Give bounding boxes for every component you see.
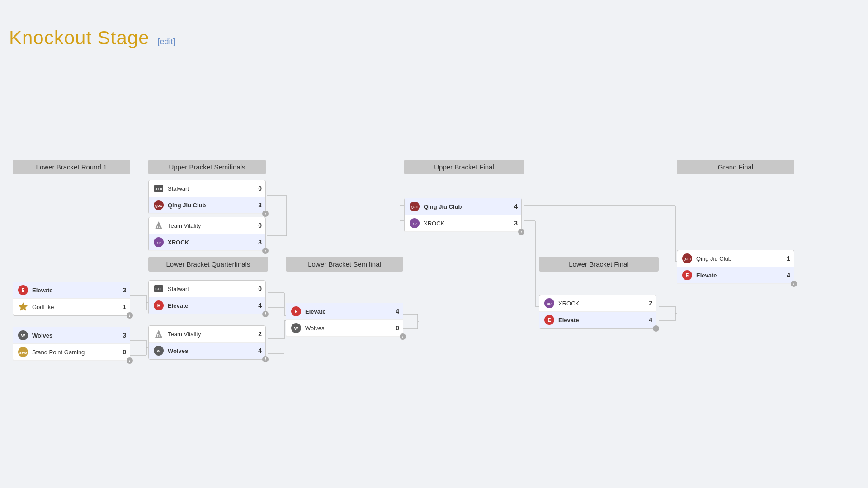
gf-match: QJC Qing Jiu Club 1 E Elevate 4 i — [677, 250, 794, 284]
lb-f-t1-name: XROCK — [558, 300, 644, 307]
lb-qf-m1-info[interactable]: i — [262, 311, 269, 317]
lb-r1-m2-team1: W Wolves 3 — [13, 327, 130, 344]
gf-team2: E Elevate 4 — [677, 267, 794, 284]
lb-qf-m1-team1: STE Stalwart 0 — [149, 281, 265, 297]
lb-f-header: Lower Bracket Final — [539, 257, 659, 272]
elevate-logo-gf: E — [681, 269, 693, 282]
ub-sf-m2-info[interactable]: i — [262, 248, 269, 254]
ub-sf-m1-info[interactable]: i — [262, 211, 269, 217]
svg-text:W: W — [294, 326, 298, 331]
ub-sf-m2-team1: TV Team Vitality 0 — [149, 217, 265, 234]
gf-t1-score: 1 — [782, 255, 790, 262]
xrock-logo-ubf: XR — [408, 217, 421, 230]
svg-text:E: E — [686, 273, 689, 278]
svg-text:QJC: QJC — [411, 205, 419, 209]
svg-text:W: W — [157, 349, 161, 353]
svg-text:QJC: QJC — [155, 204, 163, 208]
lb-qf-m2-t2-name: Wolves — [168, 347, 254, 354]
lb-sf-t1-score: 4 — [391, 308, 399, 315]
lb-qf-m1-t2-score: 4 — [254, 302, 262, 309]
ub-sf-m1-t2-score: 3 — [254, 202, 262, 209]
edit-link[interactable]: [edit] — [157, 37, 175, 46]
lb-sf-header: Lower Bracket Semifinal — [286, 257, 403, 272]
gf-t1-name: Qing Jiu Club — [696, 255, 782, 262]
ub-f-info[interactable]: i — [518, 229, 524, 235]
lb-qf-m2-t2-score: 4 — [254, 347, 262, 354]
qjc-logo-ubf: QJC — [408, 200, 421, 213]
lb-f-t2-name: Elevate — [558, 317, 644, 324]
stalwart-logo-qf1: STE — [152, 282, 165, 295]
ub-sf-m2-t2-score: 3 — [254, 239, 262, 246]
svg-marker-38 — [19, 302, 28, 311]
wolves-logo-lbsf: W — [290, 322, 302, 334]
gf-info[interactable]: i — [791, 281, 797, 287]
bracket-container: Lower Bracket Round 1 Upper Bracket Semi… — [6, 62, 852, 379]
lb-r1-m2-t2-score: 0 — [118, 348, 126, 356]
ub-sf-header: Upper Bracket Semifinals — [148, 160, 266, 174]
lb-sf-t2-score: 0 — [391, 324, 399, 332]
wolves-logo-qf2: W — [152, 344, 165, 357]
ub-f-match: QJC Qing Jiu Club 4 XR XROCK 3 i — [404, 198, 522, 232]
ub-f-t2-name: XROCK — [424, 220, 509, 227]
gf-t2-name: Elevate — [696, 272, 782, 279]
ub-sf-m1-team1: STE Stalwart 0 — [149, 180, 265, 197]
elevate-logo: E — [17, 284, 29, 296]
svg-text:STE: STE — [155, 187, 162, 191]
lb-r1-match1: E Elevate 3 GodLike 1 i — [13, 282, 130, 316]
ub-sf-m1-team2: QJC Qing Jiu Club 3 — [149, 197, 265, 214]
svg-text:STE: STE — [155, 287, 162, 291]
ub-f-t1-score: 4 — [509, 203, 518, 210]
ub-sf-match1: STE Stalwart 0 QJC Qing Jiu Club 3 i — [148, 180, 266, 214]
gf-team1: QJC Qing Jiu Club 1 — [677, 250, 794, 267]
lb-r1-m2-t2-name: Stand Point Gaming — [32, 349, 118, 356]
ub-sf-m2-t1-score: 0 — [254, 222, 262, 229]
stalwart-logo-ubsf1: STE — [152, 182, 165, 195]
lb-qf-header: Lower Bracket Quarterfinals — [148, 257, 268, 272]
vitality-logo-qf2: TV — [152, 328, 165, 340]
lb-sf-match: E Elevate 4 W Wolves 0 i — [286, 303, 403, 337]
ub-f-team2: XR XROCK 3 — [405, 215, 521, 232]
ub-sf-match2: TV Team Vitality 0 XR XROCK 3 i — [148, 217, 266, 251]
svg-text:E: E — [22, 288, 25, 293]
lb-r1-m2-info[interactable]: i — [127, 357, 133, 364]
svg-text:W: W — [21, 333, 25, 338]
lb-r1-m1-t2-name: GodLike — [32, 304, 118, 310]
lb-qf-m2-team1: TV Team Vitality 2 — [149, 326, 265, 343]
lb-r1-m1-t2-score: 1 — [118, 303, 126, 310]
ub-sf-m1-t2-name: Qing Jiu Club — [168, 202, 254, 209]
lb-f-info[interactable]: i — [653, 325, 659, 332]
ub-f-t2-score: 3 — [509, 220, 518, 227]
lb-qf-match1: STE Stalwart 0 E Elevate 4 i — [148, 280, 266, 314]
lb-r1-header: Lower Bracket Round 1 — [13, 160, 130, 174]
page-header: Knockout Stage [edit] — [0, 0, 868, 62]
godlike-logo — [17, 300, 29, 313]
lb-sf-info[interactable]: i — [400, 333, 406, 340]
lb-qf-m2-info[interactable]: i — [262, 356, 269, 362]
ub-sf-m2-team2: XR XROCK 3 — [149, 234, 265, 251]
svg-text:TV: TV — [157, 334, 161, 337]
gf-header: Grand Final — [677, 160, 794, 174]
lb-qf-m1-t1-name: Stalwart — [168, 286, 254, 292]
lb-f-match: XR XROCK 2 E Elevate 4 i — [539, 295, 656, 329]
lb-qf-m1-t2-name: Elevate — [168, 302, 254, 309]
lb-r1-m2-t1-score: 3 — [118, 332, 126, 339]
elevate-logo-qf1: E — [152, 299, 165, 312]
ub-sf-m2-t1-name: Team Vitality — [168, 222, 254, 229]
ub-f-team1: QJC Qing Jiu Club 4 — [405, 198, 521, 215]
ub-sf-m1-t1-name: Stalwart — [168, 185, 254, 192]
ub-sf-m1-t1-score: 0 — [254, 185, 262, 192]
lb-qf-m2-t1-score: 2 — [254, 330, 262, 338]
svg-text:E: E — [157, 303, 160, 308]
page-title: Knockout Stage — [9, 27, 150, 48]
svg-text:TV: TV — [157, 225, 161, 229]
lb-qf-m1-t1-score: 0 — [254, 285, 262, 292]
lb-r1-m1-team1: E Elevate 3 — [13, 282, 130, 299]
svg-text:XR: XR — [156, 241, 161, 244]
elevate-logo-lbsf: E — [290, 305, 302, 318]
lb-r1-m1-t1-score: 3 — [118, 286, 126, 294]
lb-r1-match2: W Wolves 3 SPG Stand Point Gaming 0 i — [13, 327, 130, 361]
wolves-logo-r1: W — [17, 329, 29, 342]
ub-f-header: Upper Bracket Final — [404, 160, 524, 174]
lb-r1-m1-info[interactable]: i — [127, 312, 133, 319]
qjc-logo-ubsf1: QJC — [152, 199, 165, 211]
